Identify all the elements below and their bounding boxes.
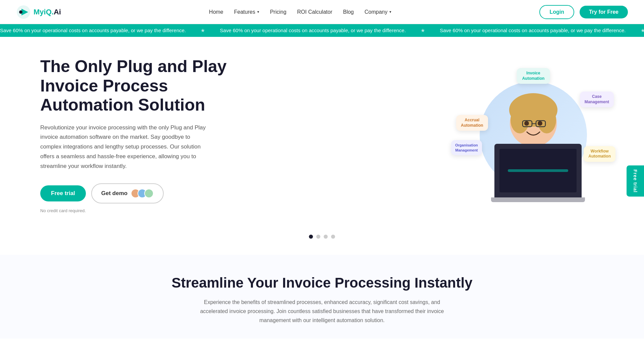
hero-content: The Only Plug and Play Invoice Process A… — [40, 57, 228, 213]
avatar-3 — [144, 189, 154, 198]
ticker-separator-2: ★ — [421, 27, 425, 33]
hero-description: Revolutionize your invoice processing wi… — [40, 123, 208, 171]
no-credit-card-text: No credit card required. — [40, 208, 228, 213]
streamline-section: Streamline Your Invoice Processing Insta… — [0, 255, 644, 339]
try-free-button[interactable]: Try for Free — [580, 6, 628, 18]
bubble-invoice-automation: Invoice Automation — [517, 68, 550, 84]
free-trial-button[interactable]: Free trial — [40, 185, 86, 201]
svg-point-9 — [538, 121, 542, 126]
carousel-dots — [0, 227, 644, 255]
nav-actions: Login Try for Free — [539, 5, 628, 19]
ticker-separator: ★ — [201, 27, 205, 33]
carousel-dot-2[interactable] — [316, 235, 320, 239]
demo-avatars — [131, 189, 154, 198]
svg-point-6 — [511, 107, 529, 133]
hero-illustration: Invoice Automation Accrual Automation Ca… — [449, 61, 617, 209]
bubble-case-management: Case Management — [580, 92, 614, 107]
login-button[interactable]: Login — [539, 5, 574, 19]
bubble-organisation-management: Organisation Management — [451, 140, 482, 155]
hero-section: The Only Plug and Play Invoice Process A… — [0, 37, 644, 227]
nav-pricing[interactable]: Pricing — [270, 9, 286, 15]
svg-point-8 — [524, 121, 529, 126]
get-demo-button[interactable]: Get demo — [91, 183, 164, 203]
svg-point-7 — [537, 107, 556, 133]
logo-icon — [16, 5, 31, 19]
nav-blog[interactable]: Blog — [343, 9, 354, 15]
ticker-separator-3: ★ — [641, 27, 644, 33]
bubble-accrual-automation: Accrual Automation — [456, 115, 488, 131]
nav-roi-calculator[interactable]: ROI Calculator — [297, 9, 332, 15]
company-chevron-icon: ▾ — [389, 10, 391, 14]
svg-point-2 — [19, 10, 22, 14]
logo[interactable]: MyiQ.Ai — [16, 5, 61, 19]
hero-buttons: Free trial Get demo — [40, 183, 228, 203]
streamline-description: Experience the benefits of streamlined p… — [191, 298, 453, 325]
ticker-content: Save 60% on your operational costs on ac… — [0, 27, 644, 34]
navigation: MyiQ.Ai Home Features ▾ Pricing ROI Calc… — [0, 0, 644, 24]
nav-links: Home Features ▾ Pricing ROI Calculator B… — [209, 9, 391, 15]
carousel-dot-4[interactable] — [331, 235, 335, 239]
streamline-title: Streamline Your Invoice Processing Insta… — [40, 275, 604, 291]
carousel-dot-3[interactable] — [324, 235, 328, 239]
features-chevron-icon: ▾ — [257, 10, 259, 14]
hero-title: The Only Plug and Play Invoice Process A… — [40, 57, 228, 115]
nav-features[interactable]: Features ▾ — [234, 9, 259, 15]
nav-home[interactable]: Home — [209, 9, 223, 15]
laptop-illustration — [491, 144, 585, 202]
ticker-banner: Save 60% on your operational costs on ac… — [0, 24, 644, 37]
floating-trial-button[interactable]: Free trial — [627, 165, 644, 196]
bubble-workflow-automation: Workflow Automation — [584, 146, 615, 162]
carousel-dot-1[interactable] — [309, 235, 313, 239]
logo-text: MyiQ.Ai — [34, 8, 61, 16]
nav-company[interactable]: Company ▾ — [365, 9, 391, 15]
